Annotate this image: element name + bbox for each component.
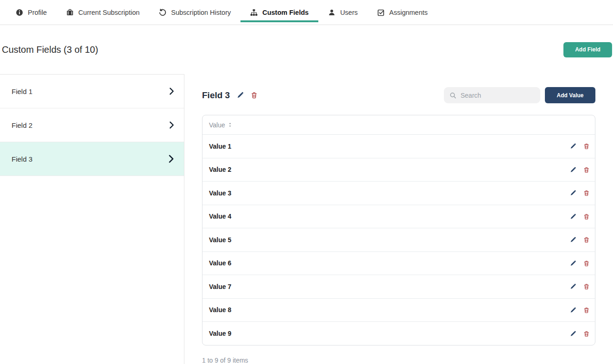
delete-value-button[interactable] [583,331,590,337]
sidebar-item-label: Field 3 [12,155,32,163]
value-label: Value 9 [209,330,231,337]
field-title-group: Field 3 [202,90,258,100]
delete-value-button[interactable] [583,167,590,173]
edit-value-button[interactable] [570,213,576,220]
sidebar-item-field-3[interactable]: Field 3 [0,142,184,176]
tab-label: Custom Fields [262,9,309,16]
check-square-icon [377,9,385,16]
fields-sidebar: Field 1 Field 2 Field 3 [0,74,184,364]
sort-icon [227,122,233,128]
page-title: Custom Fields (3 of 10) [2,44,98,55]
chevron-right-icon [167,155,176,163]
edit-field-button[interactable] [237,92,244,99]
content: Field 1 Field 2 Field 3 Field 3 [0,74,613,364]
row-actions [570,167,589,173]
pencil-icon [570,167,576,173]
sidebar-item-label: Field 1 [12,88,32,95]
value-label: Value 1 [209,143,231,150]
field-title: Field 3 [202,90,230,100]
delete-value-button[interactable] [583,143,590,150]
row-actions [570,283,589,290]
trash-icon [583,190,590,196]
pencil-icon [570,190,576,196]
table-row: Value 6 [202,252,595,276]
tab-assignments[interactable]: Assignments [367,0,437,25]
tab-current-subscription[interactable]: Current Subscription [57,0,149,25]
edit-value-button[interactable] [570,143,576,150]
add-field-button[interactable]: Add Field [563,42,612,57]
edit-value-button[interactable] [570,283,576,290]
trash-icon [583,213,590,220]
delete-value-button[interactable] [583,237,590,243]
edit-value-button[interactable] [570,331,576,337]
trash-icon [251,92,258,99]
edit-value-button[interactable] [570,237,576,243]
tab-label: Users [340,9,358,16]
table-row: Value 3 [202,182,595,205]
tab-custom-fields[interactable]: Custom Fields [240,0,318,25]
trash-icon [583,143,590,150]
tab-label: Subscription History [171,9,231,16]
value-label: Value 3 [209,189,231,197]
chevron-right-icon [168,88,176,95]
tab-subscription-history[interactable]: Subscription History [149,0,240,25]
row-actions [570,307,589,314]
table-header[interactable]: Value [202,115,595,135]
row-actions [570,143,589,150]
user-icon [328,9,335,16]
pencil-icon [570,307,576,314]
sidebar-item-field-2[interactable]: Field 2 [0,108,184,142]
delete-value-button[interactable] [583,307,590,314]
sidebar-item-field-1[interactable]: Field 1 [0,75,184,108]
search-icon [449,92,456,99]
edit-value-button[interactable] [570,167,576,173]
trash-icon [583,167,590,173]
history-icon [159,9,166,16]
table-row: Value 1 [202,135,595,158]
row-actions [570,260,589,267]
row-actions [570,213,589,220]
pencil-icon [570,213,576,220]
delete-field-button[interactable] [251,92,258,99]
pencil-icon [570,283,576,290]
delete-value-button[interactable] [583,190,590,196]
sidebar-item-label: Field 2 [12,121,32,129]
row-actions [570,331,589,337]
edit-value-button[interactable] [570,307,576,314]
trash-icon [583,283,590,290]
trash-icon [583,331,590,337]
tab-profile[interactable]: Profile [6,0,57,25]
values-table: Value Value 1 [202,115,595,345]
column-header-value: Value [209,121,225,129]
delete-value-button[interactable] [583,260,590,267]
tab-bar: Profile Current Subscription Subscriptio… [0,0,613,25]
pencil-icon [570,237,576,243]
value-label: Value 5 [209,236,231,244]
search-box [444,87,540,103]
delete-value-button[interactable] [583,213,590,220]
row-actions [570,237,589,243]
table-row: Value 8 [202,299,595,322]
toolbar-right: Add Value [444,87,595,103]
table-row: Value 7 [202,275,595,299]
add-value-button[interactable]: Add Value [545,87,595,103]
trash-icon [583,237,590,243]
tab-label: Current Subscription [78,9,139,16]
value-label: Value 8 [209,306,231,314]
tab-label: Assignments [389,9,428,16]
pagination-summary: 1 to 9 of 9 items [202,357,595,364]
table-row: Value 9 [202,322,595,345]
delete-value-button[interactable] [583,283,590,290]
tab-users[interactable]: Users [318,0,367,25]
edit-value-button[interactable] [570,190,576,196]
table-row: Value 4 [202,205,595,229]
briefcase-icon [66,9,74,16]
page-header: Custom Fields (3 of 10) Add Field [0,25,613,74]
trash-icon [583,307,590,314]
value-label: Value 2 [209,166,231,173]
pencil-icon [570,143,576,150]
pencil-icon [570,260,576,267]
value-label: Value 7 [209,283,231,290]
edit-value-button[interactable] [570,260,576,267]
search-input[interactable] [444,87,540,103]
